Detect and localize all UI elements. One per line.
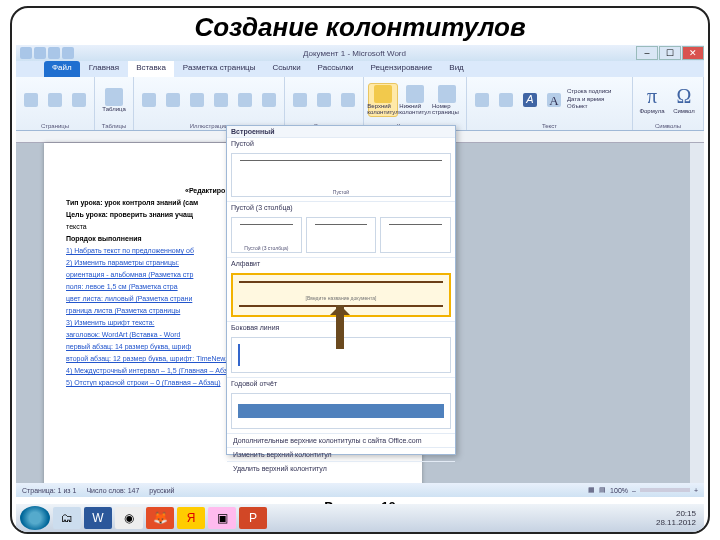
gallery-more-office[interactable]: Дополнительные верхние колонтитулы с сай… bbox=[227, 433, 455, 447]
bookmark-button[interactable] bbox=[313, 93, 335, 107]
firefox-icon[interactable]: 🦊 bbox=[146, 507, 174, 529]
gallery-section-alphabet: Алфавит bbox=[227, 257, 455, 269]
ribbon-group-headerfooter: Верхний колонтитул Нижний колонтитул Ном… bbox=[364, 77, 467, 130]
zoom-out-button[interactable]: – bbox=[632, 487, 636, 494]
header-gallery: Встроенный Пустой Пустой Пустой (3 столб… bbox=[226, 125, 456, 455]
tab-layout[interactable]: Разметка страницы bbox=[175, 61, 264, 77]
footer-button[interactable]: Нижний колонтитул bbox=[400, 85, 430, 115]
tab-review[interactable]: Рецензирование bbox=[363, 61, 441, 77]
gallery-section-empty3: Пустой (3 столбца) bbox=[227, 201, 455, 213]
header-button[interactable]: Верхний колонтитул bbox=[368, 83, 398, 117]
undo-icon[interactable] bbox=[48, 47, 60, 59]
gallery-section-empty: Пустой bbox=[227, 137, 455, 149]
gallery-edit-header[interactable]: Изменить верхний колонтитул bbox=[227, 447, 455, 461]
minimize-button[interactable]: – bbox=[636, 46, 658, 60]
chart-button[interactable] bbox=[234, 93, 256, 107]
tab-file[interactable]: Файл bbox=[44, 61, 80, 77]
word-taskbar-icon[interactable]: W bbox=[84, 507, 112, 529]
ribbon-group-symbols: πФормула ΩСимвол Символы bbox=[633, 77, 704, 130]
gallery-item[interactable]: Пустой (3 столбца) bbox=[231, 217, 302, 253]
taskbar-clock[interactable]: 20:15 28.11.2012 bbox=[656, 509, 700, 527]
quickparts-button[interactable] bbox=[495, 93, 517, 107]
gallery-remove-header[interactable]: Удалить верхний колонтитул bbox=[227, 461, 455, 475]
start-button[interactable] bbox=[20, 506, 50, 530]
dropcap-button[interactable]: A bbox=[543, 93, 565, 107]
annotation-arrow bbox=[336, 305, 344, 349]
redo-icon[interactable] bbox=[62, 47, 74, 59]
ribbon: Страницы Таблица Таблицы Иллюстрации bbox=[16, 77, 704, 131]
quick-access-toolbar bbox=[16, 47, 74, 59]
gallery-header: Встроенный bbox=[227, 126, 455, 137]
gallery-section-annual: Годовой отчёт bbox=[227, 377, 455, 389]
scrollbar-vertical[interactable] bbox=[690, 143, 704, 483]
tab-home[interactable]: Главная bbox=[81, 61, 127, 77]
save-icon[interactable] bbox=[34, 47, 46, 59]
page-break-button[interactable] bbox=[68, 93, 90, 107]
ribbon-group-text: A A Строка подписи Дата и время Объект Т… bbox=[467, 77, 633, 130]
gallery-item[interactable] bbox=[231, 393, 451, 429]
table-button[interactable]: Таблица bbox=[99, 88, 129, 112]
gallery-item[interactable] bbox=[306, 217, 377, 253]
view-reading-icon[interactable]: ▤ bbox=[599, 486, 606, 494]
zoom-slider[interactable] bbox=[640, 488, 690, 492]
ribbon-group-pages: Страницы bbox=[16, 77, 95, 130]
yandex-icon[interactable]: Я bbox=[177, 507, 205, 529]
ribbon-group-tables: Таблица Таблицы bbox=[95, 77, 134, 130]
chrome-icon[interactable]: ◉ bbox=[115, 507, 143, 529]
crossref-button[interactable] bbox=[337, 93, 359, 107]
ribbon-tabs: Файл Главная Вставка Разметка страницы С… bbox=[16, 61, 704, 77]
status-words[interactable]: Число слов: 147 bbox=[86, 487, 139, 494]
object-button[interactable]: Объект bbox=[567, 103, 611, 111]
maximize-button[interactable]: ☐ bbox=[659, 46, 681, 60]
cover-page-button[interactable] bbox=[20, 93, 42, 107]
group-label-symbols: Символы bbox=[633, 122, 703, 130]
slide-title: Создание колонтитулов bbox=[12, 8, 708, 45]
status-page[interactable]: Страница: 1 из 1 bbox=[22, 487, 76, 494]
symbol-button[interactable]: ΩСимвол bbox=[669, 85, 699, 114]
view-printlayout-icon[interactable]: ▦ bbox=[588, 486, 595, 494]
explorer-icon[interactable]: 🗂 bbox=[53, 507, 81, 529]
app-icon[interactable]: ▣ bbox=[208, 507, 236, 529]
tab-links[interactable]: Ссылки bbox=[264, 61, 308, 77]
tab-view[interactable]: Вид bbox=[441, 61, 471, 77]
zoom-value[interactable]: 100% bbox=[610, 487, 628, 494]
group-label-pages: Страницы bbox=[16, 122, 94, 130]
word-window: Документ 1 - Microsoft Word – ☐ ✕ Файл Г… bbox=[16, 45, 704, 497]
tab-mailings[interactable]: Рассылки bbox=[310, 61, 362, 77]
wordart-button[interactable]: A bbox=[519, 93, 541, 107]
date-time-button[interactable]: Дата и время bbox=[567, 96, 611, 104]
signature-line-button[interactable]: Строка подписи bbox=[567, 88, 611, 96]
smartart-button[interactable] bbox=[210, 93, 232, 107]
statusbar: Страница: 1 из 1 Число слов: 147 русский… bbox=[16, 483, 704, 497]
titlebar: Документ 1 - Microsoft Word – ☐ ✕ bbox=[16, 45, 704, 61]
page-number-button[interactable]: Номер страницы bbox=[432, 85, 462, 115]
equation-button[interactable]: πФормула bbox=[637, 85, 667, 114]
omega-icon: Ω bbox=[677, 85, 692, 108]
status-lang[interactable]: русский bbox=[149, 487, 174, 494]
taskbar: 🗂 W ◉ 🦊 Я ▣ P 20:15 28.11.2012 bbox=[16, 504, 704, 532]
picture-button[interactable] bbox=[138, 93, 160, 107]
hyperlink-button[interactable] bbox=[289, 93, 311, 107]
group-label-tables: Таблицы bbox=[95, 122, 133, 130]
ribbon-group-links: Ссылки bbox=[285, 77, 364, 130]
blank-page-button[interactable] bbox=[44, 93, 66, 107]
zoom-in-button[interactable]: + bbox=[694, 487, 698, 494]
close-button[interactable]: ✕ bbox=[682, 46, 704, 60]
word-icon bbox=[20, 47, 32, 59]
pi-icon: π bbox=[647, 85, 657, 108]
powerpoint-icon[interactable]: P bbox=[239, 507, 267, 529]
clipart-button[interactable] bbox=[162, 93, 184, 107]
textbox-button[interactable] bbox=[471, 93, 493, 107]
group-label-text: Текст bbox=[467, 122, 632, 130]
gallery-item[interactable] bbox=[380, 217, 451, 253]
tab-insert[interactable]: Вставка bbox=[128, 61, 174, 77]
window-title: Документ 1 - Microsoft Word bbox=[74, 49, 635, 58]
shapes-button[interactable] bbox=[186, 93, 208, 107]
screenshot-button[interactable] bbox=[258, 93, 280, 107]
gallery-item-empty[interactable]: Пустой bbox=[231, 153, 451, 197]
ribbon-group-illustrations: Иллюстрации bbox=[134, 77, 285, 130]
